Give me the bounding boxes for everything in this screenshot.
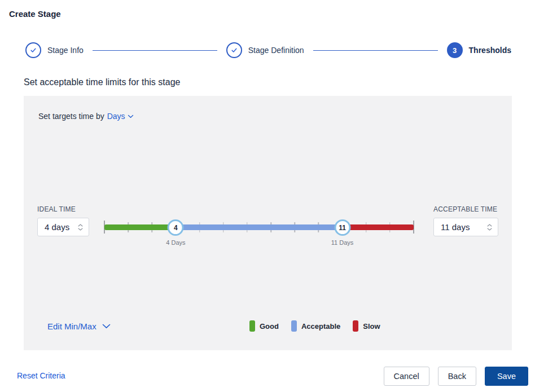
ideal-time-stepper[interactable] <box>78 224 83 231</box>
save-button[interactable]: Save <box>485 367 528 386</box>
legend-label: Acceptable <box>301 322 340 331</box>
acceptable-time-slider-handle[interactable]: 11 <box>334 219 350 236</box>
page-title: Create Stage <box>9 9 61 19</box>
legend-item-acceptable: Acceptable <box>291 320 340 332</box>
edit-minmax-link[interactable]: Edit Min/Max <box>47 321 111 331</box>
back-button[interactable]: Back <box>438 367 476 386</box>
step-complete-circle <box>25 42 41 58</box>
edit-minmax-label: Edit Min/Max <box>47 321 97 331</box>
legend-label: Slow <box>363 322 380 331</box>
slow-swatch <box>353 320 358 332</box>
legend-item-good: Good <box>249 320 279 332</box>
chevron-down-icon[interactable] <box>78 228 83 231</box>
threshold-slider: 4 11 4 Days 11 Days <box>104 96 414 350</box>
good-swatch <box>249 320 255 332</box>
slider-segment-acceptable <box>176 224 342 230</box>
stepper-connector <box>313 50 438 51</box>
slider-segment-slow <box>343 224 414 230</box>
thresholds-panel: Set targets time by Days IDEAL TIME 4 da… <box>24 96 512 350</box>
chevron-up-icon[interactable] <box>78 224 83 227</box>
acceptable-time-value: 11 days <box>441 222 470 232</box>
step-complete-circle <box>226 42 242 58</box>
step-thresholds[interactable]: 3 Thresholds <box>447 42 511 58</box>
ideal-time-input[interactable]: 4 days <box>37 218 89 236</box>
acceptable-time-input[interactable]: 11 days <box>433 218 498 236</box>
ideal-time-value: 4 days <box>45 222 69 232</box>
check-icon <box>29 46 37 54</box>
ideal-time-slider-handle[interactable]: 4 <box>168 219 184 236</box>
acceptable-time-stepper[interactable] <box>487 224 492 231</box>
cancel-button[interactable]: Cancel <box>384 367 429 386</box>
slider-ticks <box>104 96 414 350</box>
set-targets-label: Set targets time by <box>38 112 104 121</box>
create-stage-page: Create Stage Stage Info Stage Definition… <box>0 0 535 392</box>
step-label: Stage Definition <box>248 46 304 55</box>
threshold-legend: Good Acceptable Slow <box>249 320 380 332</box>
ideal-handle-sublabel: 4 Days <box>166 239 185 246</box>
section-heading: Set acceptable time limits for this stag… <box>24 77 180 87</box>
wizard-stepper: Stage Info Stage Definition 3 Thresholds <box>25 42 511 58</box>
step-stage-info[interactable]: Stage Info <box>25 42 84 58</box>
step-label: Thresholds <box>469 46 511 55</box>
legend-item-slow: Slow <box>353 320 380 332</box>
chevron-up-icon[interactable] <box>487 224 492 227</box>
legend-label: Good <box>260 322 279 331</box>
chevron-down-icon[interactable] <box>487 228 492 231</box>
step-number-circle: 3 <box>447 42 463 58</box>
reset-criteria-link[interactable]: Reset Criteria <box>17 371 65 380</box>
footer-buttons: Cancel Back Save <box>384 367 528 386</box>
chevron-down-icon <box>102 324 111 329</box>
ideal-time-label: IDEAL TIME <box>37 205 76 213</box>
acceptable-time-label: ACCEPTABLE TIME <box>433 205 497 213</box>
stepper-connector <box>93 50 217 51</box>
step-stage-definition[interactable]: Stage Definition <box>226 42 304 58</box>
step-label: Stage Info <box>47 46 84 55</box>
slider-segment-good <box>104 224 176 230</box>
acceptable-swatch <box>291 320 297 332</box>
slider-track <box>104 224 414 230</box>
acceptable-handle-sublabel: 11 Days <box>331 239 354 246</box>
check-icon <box>230 46 238 54</box>
